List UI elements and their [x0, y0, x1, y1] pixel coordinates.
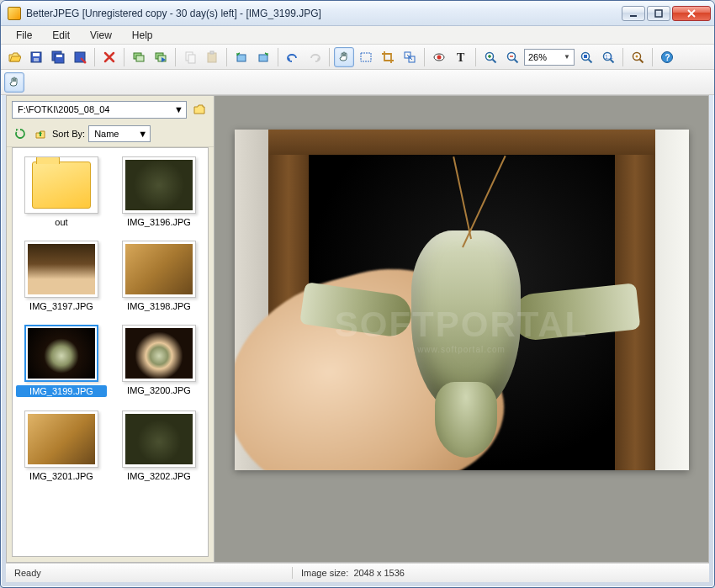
- file-browser: F:\FOTKI\2005_08_04 ▼ Sort By: Name ▼ ou…: [7, 96, 214, 562]
- image-view[interactable]: SOFTPORTAL www.softportal.com: [214, 96, 708, 562]
- thumbnail-image: [24, 411, 98, 468]
- redeye-icon[interactable]: [429, 47, 449, 67]
- svg-rect-11: [136, 56, 144, 61]
- zoom-fit-icon[interactable]: [576, 47, 596, 67]
- app-icon: [8, 7, 21, 20]
- thumbnail-image: [24, 241, 98, 298]
- svg-rect-7: [56, 55, 62, 57]
- help-icon[interactable]: ?: [657, 47, 677, 67]
- svg-text:?: ?: [665, 53, 670, 62]
- thumbnail-image: [24, 325, 98, 382]
- thumbnail-item[interactable]: IMG_3198.JPG: [112, 237, 206, 315]
- delete-icon[interactable]: [99, 47, 119, 67]
- thumbnail-image: [122, 156, 196, 214]
- thumbnail-image: [122, 325, 196, 382]
- status-ready: Ready: [6, 568, 292, 578]
- svg-rect-18: [237, 55, 246, 61]
- thumbnail-image: [122, 241, 196, 298]
- svg-point-33: [636, 55, 638, 57]
- window-title: BetterJPEG [Unregistered copy - 30 day(s…: [26, 8, 622, 19]
- svg-point-9: [84, 61, 87, 63]
- rotate-left-icon[interactable]: [231, 47, 252, 67]
- thumbnail-label: IMG_3196.JPG: [114, 217, 204, 227]
- svg-rect-16: [208, 53, 216, 62]
- settings-icon[interactable]: [628, 47, 648, 67]
- paste-icon: [202, 47, 222, 67]
- svg-rect-0: [630, 15, 637, 17]
- thumbnail-item[interactable]: IMG_3200.JPG: [112, 321, 206, 400]
- thumbnail-label: IMG_3198.JPG: [114, 301, 204, 311]
- svg-rect-15: [188, 55, 195, 63]
- thumbnail-label: IMG_3202.JPG: [114, 471, 204, 481]
- path-combo[interactable]: F:\FOTKI\2005_08_04 ▼: [12, 101, 187, 119]
- zoom-in-icon[interactable]: [480, 47, 500, 67]
- sort-label: Sort By:: [52, 129, 85, 139]
- svg-point-24: [437, 55, 442, 59]
- select-rect-icon[interactable]: [356, 47, 376, 67]
- thumbnail-item[interactable]: IMG_3197.JPG: [14, 237, 109, 315]
- thumbnail-item[interactable]: out: [14, 153, 109, 230]
- sort-combo[interactable]: Name ▼: [88, 125, 151, 142]
- thumbnail-image: [122, 411, 196, 468]
- close-button[interactable]: [672, 6, 711, 21]
- open-file-icon[interactable]: [4, 47, 24, 67]
- svg-rect-3: [33, 53, 40, 56]
- displayed-image: [235, 130, 689, 470]
- content-area: F:\FOTKI\2005_08_04 ▼ Sort By: Name ▼ ou…: [6, 95, 709, 563]
- thumbnail-label: IMG_3199.JPG: [16, 385, 107, 397]
- batch-run-icon[interactable]: [151, 47, 171, 67]
- svg-text:1:1: 1:1: [605, 54, 613, 60]
- undo-icon[interactable]: [283, 47, 303, 67]
- svg-rect-4: [34, 58, 39, 61]
- path-value: F:\FOTKI\2005_08_04: [18, 104, 109, 114]
- zoom-out-icon[interactable]: [502, 47, 522, 67]
- save-as-icon[interactable]: [70, 47, 90, 67]
- save-all-icon[interactable]: [48, 47, 68, 67]
- thumbnail-label: IMG_3200.JPG: [114, 385, 204, 395]
- save-icon[interactable]: [26, 47, 46, 67]
- zoom-value: 26%: [528, 52, 547, 62]
- zoom-combo[interactable]: 26% ▼: [524, 49, 575, 66]
- svg-rect-17: [210, 51, 214, 54]
- title-bar: BetterJPEG [Unregistered copy - 30 day(s…: [1, 1, 714, 26]
- menu-edit[interactable]: Edit: [44, 28, 78, 43]
- pan-tool-icon-2[interactable]: [4, 72, 24, 93]
- zoom-100-icon[interactable]: 1:1: [598, 47, 618, 67]
- menu-file[interactable]: File: [8, 28, 40, 43]
- up-folder-icon[interactable]: [32, 125, 49, 142]
- thumbnail-item[interactable]: IMG_3202.JPG: [112, 407, 206, 485]
- thumbnail-label: out: [16, 217, 107, 227]
- maximize-button[interactable]: [647, 6, 670, 21]
- thumbnail-item[interactable]: IMG_3199.JPG: [14, 321, 109, 400]
- chevron-down-icon: ▼: [174, 104, 183, 114]
- minimize-button[interactable]: [622, 6, 645, 21]
- batch-icon[interactable]: [129, 47, 149, 67]
- thumbnail-label: IMG_3201.JPG: [16, 471, 107, 481]
- chevron-down-icon: ▼: [564, 53, 570, 61]
- thumbnail-item[interactable]: IMG_3201.JPG: [14, 407, 109, 485]
- thumbnail-item[interactable]: IMG_3196.JPG: [112, 153, 206, 230]
- pan-tool-icon[interactable]: [334, 47, 354, 67]
- text-tool-icon[interactable]: T: [451, 47, 471, 67]
- refresh-icon[interactable]: [12, 125, 29, 142]
- thumbnail-list[interactable]: outIMG_3196.JPGIMG_3197.JPGIMG_3198.JPGI…: [12, 147, 209, 557]
- browse-folder-icon[interactable]: [190, 100, 209, 119]
- resize-icon[interactable]: [400, 47, 420, 67]
- svg-rect-1: [655, 10, 662, 17]
- folder-icon: [24, 156, 98, 214]
- menu-help[interactable]: Help: [124, 28, 162, 43]
- rotate-right-icon[interactable]: [253, 47, 273, 67]
- svg-text:T: T: [457, 51, 465, 64]
- status-bar: Ready Image size: 2048 x 1536: [6, 563, 709, 582]
- chevron-down-icon: ▼: [138, 129, 147, 139]
- svg-rect-29: [584, 55, 587, 58]
- menu-view[interactable]: View: [82, 28, 120, 43]
- sort-value: Name: [94, 129, 119, 139]
- copy-icon: [180, 47, 200, 67]
- status-image-size: Image size: 2048 x 1536: [293, 568, 709, 578]
- crop-icon[interactable]: [378, 47, 398, 67]
- thumbnail-label: IMG_3197.JPG: [16, 301, 107, 311]
- menu-bar: File Edit View Help: [1, 26, 714, 45]
- svg-rect-20: [361, 53, 371, 61]
- main-toolbar: T 26% ▼ 1:1 ?: [1, 45, 714, 70]
